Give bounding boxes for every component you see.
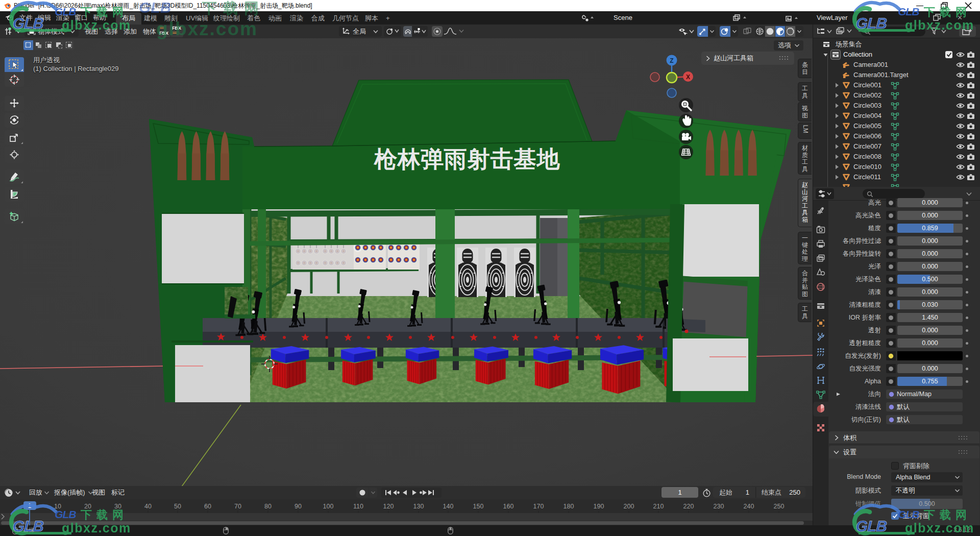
svg-text:140: 140 — [443, 503, 454, 510]
svg-text:50: 50 — [174, 503, 181, 510]
svg-text:80: 80 — [264, 503, 272, 510]
svg-text:100: 100 — [323, 503, 334, 510]
svg-text:220: 220 — [683, 503, 694, 510]
svg-text:1: 1 — [28, 502, 32, 509]
svg-text:枪林弹雨射击基地: 枪林弹雨射击基地 — [374, 146, 560, 172]
svg-text:210: 210 — [653, 503, 664, 510]
svg-text:180: 180 — [564, 503, 574, 510]
svg-text:130: 130 — [413, 503, 424, 510]
svg-text:70: 70 — [234, 503, 241, 510]
svg-text:230: 230 — [714, 503, 724, 510]
svg-text:20: 20 — [84, 503, 91, 510]
svg-text:240: 240 — [744, 503, 754, 510]
svg-text:Z: Z — [670, 57, 673, 64]
svg-text:190: 190 — [594, 503, 604, 510]
svg-text:90: 90 — [295, 503, 302, 510]
svg-text:200: 200 — [624, 503, 634, 510]
svg-text:250: 250 — [774, 503, 785, 510]
svg-text:110: 110 — [353, 503, 363, 510]
svg-text:X: X — [686, 74, 690, 81]
svg-text:150: 150 — [473, 503, 484, 510]
svg-text:30: 30 — [114, 503, 121, 510]
svg-text:40: 40 — [144, 503, 152, 510]
svg-text:160: 160 — [503, 503, 514, 510]
svg-text:10: 10 — [54, 503, 61, 510]
svg-text:60: 60 — [204, 503, 211, 510]
svg-text:170: 170 — [533, 503, 544, 510]
svg-text:120: 120 — [383, 503, 394, 510]
